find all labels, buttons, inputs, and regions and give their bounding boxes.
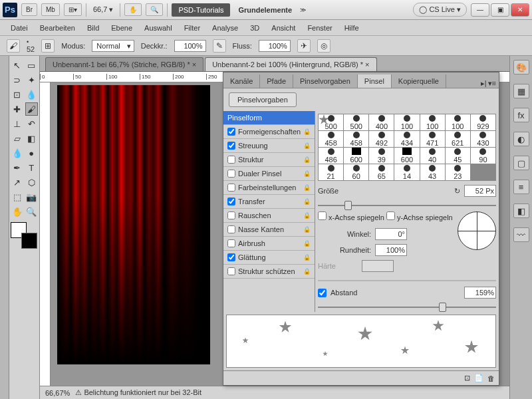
spacing-slider[interactable] [318, 303, 496, 309]
swatches-panel-icon[interactable]: ▦ [513, 84, 529, 98]
hand-icon[interactable]: ✋ [124, 3, 142, 16]
menu-ebene[interactable]: Ebene [106, 22, 138, 34]
pen-tool[interactable]: ✒ [11, 161, 24, 174]
xflip-checkbox[interactable] [318, 211, 327, 220]
brush-tip-cell[interactable]: 14 [394, 164, 419, 180]
opt-struktur[interactable]: Struktur🔒 [223, 153, 315, 167]
airbrush-icon[interactable]: ✈ [297, 39, 311, 53]
tab-kopierquelle[interactable]: Kopierquelle [392, 74, 446, 88]
doc-tab-2[interactable]: Unbenannt-2 bei 100% (Hintergrund, RGB/8… [205, 57, 376, 71]
masks-panel-icon[interactable]: ▢ [513, 156, 529, 170]
toggle-preview-icon[interactable]: ⊡ [464, 374, 470, 382]
close-button[interactable]: ✕ [511, 3, 529, 17]
spacing-checkbox[interactable] [318, 289, 327, 297]
opt-pinselform[interactable]: Pinselform [223, 111, 315, 125]
hand-tool[interactable]: ✋ [11, 205, 24, 218]
flow-input[interactable]: 100% [259, 40, 291, 52]
tab-kanaele[interactable]: Kanäle [223, 74, 260, 88]
canvas[interactable] [57, 85, 210, 364]
spacing-input[interactable] [464, 287, 496, 299]
new-brush-icon[interactable]: 📄 [474, 374, 483, 382]
brush-tip-cell[interactable]: 39 [369, 148, 394, 164]
menu-fenster[interactable]: Fenster [302, 22, 337, 34]
blur-tool[interactable]: 💧 [11, 146, 24, 160]
menu-3d[interactable]: 3D [245, 22, 265, 34]
opt-struktur-schuetzen[interactable]: Struktur schützen🔒 [223, 265, 315, 279]
menu-bild[interactable]: Bild [82, 22, 104, 34]
blend-mode-dropdown[interactable]: Normal [92, 40, 134, 52]
paths-panel-icon[interactable]: 〰 [513, 227, 529, 242]
lock-icon[interactable]: 🔒 [303, 254, 311, 261]
marquee-tool[interactable]: ▭ [25, 59, 39, 72]
size-slider[interactable] [318, 201, 496, 207]
menu-ansicht[interactable]: Ansicht [266, 22, 301, 34]
doc-tab-1[interactable]: Unbenannt-1 bei 66,7% (Striche, RGB/8) *… [45, 57, 203, 71]
brush-tip-cell[interactable]: 400 [369, 114, 394, 130]
brush-tool[interactable]: 🖌 [25, 102, 39, 116]
lock-icon[interactable]: 🔒 [303, 268, 311, 275]
opacity-input[interactable]: 100% [174, 40, 206, 52]
angle-input[interactable] [375, 228, 407, 240]
brush-tip-cell[interactable]: 500 [344, 114, 368, 130]
lock-icon[interactable]: 🔒 [303, 212, 311, 219]
opt-streuung[interactable]: Streuung🔒 [223, 139, 315, 153]
lock-icon[interactable]: 🔒 [303, 226, 311, 233]
opt-airbrush[interactable]: Airbrush🔒 [223, 237, 315, 251]
status-zoom[interactable]: 66,67% [45, 389, 70, 397]
opt-farbeinstellungen[interactable]: Farbeinstellungen🔒 [223, 181, 315, 195]
color-swatches[interactable] [11, 222, 37, 249]
view-extras-button[interactable]: ⊞▾ [64, 3, 82, 16]
opacity-pressure-icon[interactable]: ✎ [213, 39, 226, 53]
eyedropper-tool[interactable]: 💧 [25, 88, 39, 101]
zoom-icon[interactable]: 🔍 [146, 3, 163, 16]
history-brush-tool[interactable]: ↶ [25, 117, 39, 130]
left-collapse-strip[interactable] [0, 56, 9, 399]
opt-formeigenschaften[interactable]: Formeigenschaften🔒 [223, 125, 315, 139]
reset-size-icon[interactable]: ↻ [454, 187, 460, 196]
zoom-tool[interactable]: 🔍 [25, 205, 39, 218]
lasso-tool[interactable]: ⊃ [11, 73, 24, 86]
minimize-button[interactable]: — [471, 3, 489, 17]
lock-icon[interactable]: 🔒 [303, 128, 311, 135]
tab-pinsel[interactable]: Pinsel [358, 74, 392, 88]
brush-tip-cell[interactable]: 600 [394, 148, 419, 164]
opt-rauschen[interactable]: Rauschen🔒 [223, 209, 315, 223]
chevron-right-icon[interactable]: ≫ [300, 7, 306, 13]
panel-menu-icon[interactable]: ▾≡ [488, 79, 496, 88]
brush-panel-toggle[interactable]: ⊞ [41, 39, 55, 53]
lock-icon[interactable]: 🔒 [303, 156, 311, 163]
brush-tip-cell[interactable]: 23 [446, 164, 470, 180]
channels-panel-icon[interactable]: ◧ [513, 203, 529, 218]
brush-tip-cell[interactable]: 600 [344, 148, 368, 164]
stamp-tool[interactable]: ⊥ [11, 117, 24, 130]
brush-tip-grid[interactable]: 5005004001001001009294584584924344716214… [318, 114, 496, 181]
tab-pinselvorgaben[interactable]: Pinselvorgaben [293, 74, 358, 88]
opt-nasse-kanten[interactable]: Nasse Kanten🔒 [223, 223, 315, 237]
crop-tool[interactable]: ⊡ [11, 88, 24, 101]
path-select-tool[interactable]: ↗ [11, 176, 24, 189]
lock-icon[interactable]: 🔒 [303, 240, 311, 247]
maximize-button[interactable]: ▣ [491, 3, 509, 17]
brush-tip-cell[interactable]: 40 [420, 148, 445, 164]
shape-tool[interactable]: ⬡ [25, 176, 39, 189]
heal-tool[interactable]: ✚ [11, 102, 24, 116]
lock-icon[interactable]: 🔒 [303, 170, 311, 177]
brush-tip-cell[interactable]: 43 [420, 164, 445, 180]
brush-tip-cell[interactable]: 434 [394, 131, 419, 147]
lock-icon[interactable]: 🔒 [303, 198, 311, 205]
workspace-label[interactable]: PSD-Tutorials [172, 3, 230, 17]
3d-camera-tool[interactable]: 📷 [25, 190, 39, 203]
brush-tip-cell[interactable]: 100 [420, 114, 445, 130]
3d-tool[interactable]: ⬚ [11, 190, 24, 203]
opt-glaettung[interactable]: Glättung🔒 [223, 251, 315, 265]
menu-bearbeiten[interactable]: Bearbeiten [35, 22, 80, 34]
dodge-tool[interactable]: ● [25, 146, 39, 160]
color-panel-icon[interactable]: 🎨 [513, 60, 529, 74]
opt-dualer-pinsel[interactable]: Dualer Pinsel🔒 [223, 167, 315, 181]
menu-auswahl[interactable]: Auswahl [139, 22, 178, 34]
brush-tip-cell[interactable]: 458 [344, 131, 368, 147]
tab-pfade[interactable]: Pfade [260, 74, 293, 88]
brush-tip-cell[interactable]: 100 [446, 114, 470, 130]
brush-tip-cell[interactable]: 60 [344, 164, 368, 180]
menu-hilfe[interactable]: Hilfe [339, 22, 364, 34]
